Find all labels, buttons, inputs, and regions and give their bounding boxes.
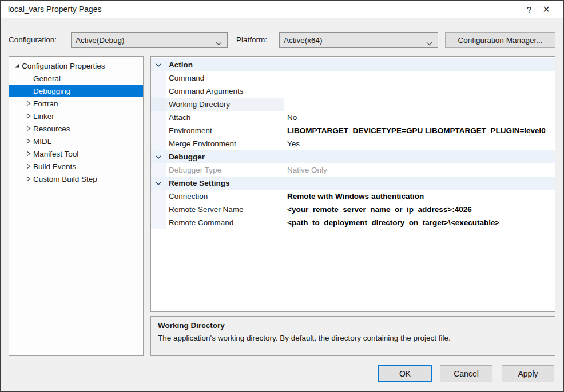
collapsed-expander-icon[interactable] <box>24 138 33 144</box>
property-label: Attach <box>166 111 284 124</box>
grid-row-debugger-type[interactable]: Debugger TypeNative Only <box>151 163 555 177</box>
property-value[interactable] <box>284 98 555 111</box>
help-icon: ? <box>527 5 531 14</box>
ok-label: OK <box>399 369 411 378</box>
property-label: Debugger Type <box>166 163 284 177</box>
row-gutter <box>151 124 166 137</box>
property-value[interactable]: LIBOMPTARGET_DEVICETYPE=GPU LIBOMPTARGET… <box>284 124 555 137</box>
property-value[interactable]: <your_remote_server_name_or_ip_address>:… <box>284 203 555 216</box>
property-pages-dialog: local_vars Property Pages ? ✕ Configurat… <box>0 0 564 392</box>
tree-item-build-events[interactable]: Build Events <box>9 160 143 173</box>
group-header-label: Debugger <box>166 150 284 163</box>
tree-item-label: Build Events <box>33 162 76 171</box>
tree-item-label: Resources <box>33 125 70 133</box>
tree-item-label: Debugging <box>33 87 70 95</box>
cancel-button[interactable]: Cancel <box>440 365 492 382</box>
platform-dropdown[interactable]: Active(x64) <box>279 32 438 48</box>
description-text: The application's working directory. By … <box>158 334 548 342</box>
configuration-value: Active(Debug) <box>76 36 125 45</box>
collapsed-expander-icon[interactable] <box>24 163 33 169</box>
row-gutter <box>151 203 166 216</box>
tree-item-linker[interactable]: Linker <box>9 110 143 122</box>
tree-item-label: Linker <box>33 112 54 121</box>
row-gutter <box>151 71 166 85</box>
configuration-manager-button[interactable]: Configuration Manager... <box>445 32 555 48</box>
grid-row-action[interactable]: Action <box>151 58 555 71</box>
window-title: local_vars Property Pages <box>8 5 101 14</box>
property-label: Remote Command <box>166 216 284 229</box>
collapsed-expander-icon[interactable] <box>24 126 33 131</box>
grid-row-working-directory[interactable]: Working Directory <box>151 98 555 111</box>
collapsed-expander-icon[interactable] <box>24 151 33 157</box>
property-value[interactable]: Native Only <box>284 163 555 177</box>
tree-item-general[interactable]: General <box>9 72 143 85</box>
grid-row-debugger[interactable]: Debugger <box>151 150 555 163</box>
platform-label: Platform: <box>236 35 267 44</box>
property-value[interactable] <box>284 85 555 98</box>
grid-row-attach[interactable]: AttachNo <box>151 111 555 124</box>
grid-row-connection[interactable]: ConnectionRemote with Windows authentica… <box>151 190 555 203</box>
property-value[interactable]: <path_to_deployment_directory_on_target>… <box>284 216 555 229</box>
group-collapse-icon[interactable] <box>151 177 166 190</box>
property-label: Merge Environment <box>166 137 284 150</box>
tree-panel: Configuration PropertiesGeneralDebugging… <box>9 56 144 356</box>
configuration-dropdown[interactable]: Active(Debug) <box>71 32 228 48</box>
tree-item-midl[interactable]: MIDL <box>9 135 143 147</box>
property-label: Working Directory <box>166 98 284 111</box>
platform-value: Active(x64) <box>284 36 323 45</box>
close-button[interactable]: ✕ <box>539 2 554 16</box>
tree-item-fortran[interactable]: Fortran <box>9 97 143 110</box>
property-value[interactable]: Yes <box>284 137 555 150</box>
row-gutter <box>151 137 166 150</box>
grid-row-merge-environment[interactable]: Merge EnvironmentYes <box>151 137 555 150</box>
cancel-label: Cancel <box>454 369 479 378</box>
tree-item-configuration-properties[interactable]: Configuration Properties <box>9 59 143 72</box>
property-value[interactable]: Remote with Windows authentication <box>284 190 555 203</box>
row-gutter <box>151 216 166 229</box>
tree-item-label: MIDL <box>33 137 51 146</box>
property-label: Connection <box>166 190 284 203</box>
ok-button[interactable]: OK <box>378 365 432 382</box>
row-gutter <box>151 111 166 124</box>
group-collapse-icon[interactable] <box>151 150 166 163</box>
property-value[interactable] <box>284 71 555 85</box>
tree-item-label: General <box>33 74 61 83</box>
grid-row-environment[interactable]: EnvironmentLIBOMPTARGET_DEVICETYPE=GPU L… <box>151 124 555 137</box>
close-icon: ✕ <box>542 4 550 15</box>
grid-row-remote-server-name[interactable]: Remote Server Name<your_remote_server_na… <box>151 203 555 216</box>
configuration-label: Configuration: <box>9 35 57 44</box>
tree-item-custom-build-step[interactable]: Custom Build Step <box>9 173 143 185</box>
group-header-label: Action <box>166 58 284 71</box>
group-collapse-icon[interactable] <box>151 58 166 71</box>
tree-item-label: Fortran <box>33 99 58 108</box>
description-box: Working Directory The application's work… <box>150 316 555 356</box>
apply-button[interactable]: Apply <box>502 365 554 382</box>
chevron-down-icon <box>426 39 432 47</box>
row-gutter <box>151 98 166 111</box>
title-bar: local_vars Property Pages ? ✕ <box>1 1 563 18</box>
property-label: Command <box>166 71 284 85</box>
expanded-expander-icon[interactable] <box>13 63 22 69</box>
tree-item-debugging[interactable]: Debugging <box>9 85 143 97</box>
chevron-down-icon <box>216 39 222 47</box>
tree-item-label: Custom Build Step <box>33 175 97 183</box>
property-label: Command Arguments <box>166 85 284 98</box>
row-gutter <box>151 163 166 177</box>
collapsed-expander-icon[interactable] <box>24 101 33 106</box>
grid-row-remote-command[interactable]: Remote Command<path_to_deployment_direct… <box>151 216 555 229</box>
help-button[interactable]: ? <box>522 2 537 16</box>
collapsed-expander-icon[interactable] <box>24 176 33 182</box>
property-value[interactable]: No <box>284 111 555 124</box>
property-grid: ActionCommandCommand ArgumentsWorking Di… <box>150 56 555 312</box>
grid-row-remote-settings[interactable]: Remote Settings <box>151 177 555 190</box>
grid-row-command-arguments[interactable]: Command Arguments <box>151 85 555 98</box>
property-label: Remote Server Name <box>166 203 284 216</box>
tree-item-manifest-tool[interactable]: Manifest Tool <box>9 147 143 160</box>
group-header-label: Remote Settings <box>166 177 284 190</box>
tree-item-resources[interactable]: Resources <box>9 122 143 135</box>
description-title: Working Directory <box>158 321 548 330</box>
configuration-manager-label: Configuration Manager... <box>458 36 543 45</box>
row-gutter <box>151 85 166 98</box>
grid-row-command[interactable]: Command <box>151 71 555 85</box>
collapsed-expander-icon[interactable] <box>24 113 33 119</box>
